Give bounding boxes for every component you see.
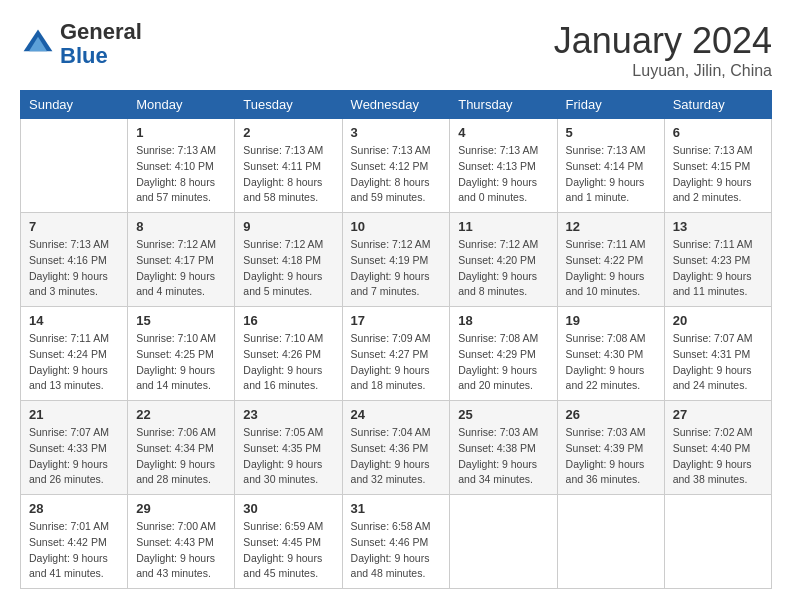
day-number: 25	[458, 407, 548, 422]
table-row: 18Sunrise: 7:08 AMSunset: 4:29 PMDayligh…	[450, 307, 557, 401]
table-row: 17Sunrise: 7:09 AMSunset: 4:27 PMDayligh…	[342, 307, 450, 401]
col-monday: Monday	[128, 91, 235, 119]
table-row: 25Sunrise: 7:03 AMSunset: 4:38 PMDayligh…	[450, 401, 557, 495]
day-info: Sunrise: 7:13 AMSunset: 4:12 PMDaylight:…	[351, 143, 442, 206]
day-info: Sunrise: 7:08 AMSunset: 4:29 PMDaylight:…	[458, 331, 548, 394]
day-number: 7	[29, 219, 119, 234]
day-info: Sunrise: 7:03 AMSunset: 4:39 PMDaylight:…	[566, 425, 656, 488]
table-row: 15Sunrise: 7:10 AMSunset: 4:25 PMDayligh…	[128, 307, 235, 401]
day-number: 21	[29, 407, 119, 422]
day-number: 28	[29, 501, 119, 516]
logo-text: General Blue	[60, 20, 142, 68]
table-row: 7Sunrise: 7:13 AMSunset: 4:16 PMDaylight…	[21, 213, 128, 307]
day-info: Sunrise: 7:00 AMSunset: 4:43 PMDaylight:…	[136, 519, 226, 582]
day-number: 16	[243, 313, 333, 328]
table-row: 9Sunrise: 7:12 AMSunset: 4:18 PMDaylight…	[235, 213, 342, 307]
table-row: 19Sunrise: 7:08 AMSunset: 4:30 PMDayligh…	[557, 307, 664, 401]
day-info: Sunrise: 7:13 AMSunset: 4:10 PMDaylight:…	[136, 143, 226, 206]
table-row: 30Sunrise: 6:59 AMSunset: 4:45 PMDayligh…	[235, 495, 342, 589]
day-number: 6	[673, 125, 763, 140]
day-info: Sunrise: 6:58 AMSunset: 4:46 PMDaylight:…	[351, 519, 442, 582]
table-row: 23Sunrise: 7:05 AMSunset: 4:35 PMDayligh…	[235, 401, 342, 495]
day-number: 18	[458, 313, 548, 328]
table-row: 10Sunrise: 7:12 AMSunset: 4:19 PMDayligh…	[342, 213, 450, 307]
day-info: Sunrise: 7:02 AMSunset: 4:40 PMDaylight:…	[673, 425, 763, 488]
page-header: General Blue January 2024 Luyuan, Jilin,…	[20, 20, 772, 80]
calendar-week-row: 7Sunrise: 7:13 AMSunset: 4:16 PMDaylight…	[21, 213, 772, 307]
day-info: Sunrise: 7:11 AMSunset: 4:22 PMDaylight:…	[566, 237, 656, 300]
day-info: Sunrise: 7:13 AMSunset: 4:15 PMDaylight:…	[673, 143, 763, 206]
day-info: Sunrise: 7:11 AMSunset: 4:23 PMDaylight:…	[673, 237, 763, 300]
col-thursday: Thursday	[450, 91, 557, 119]
day-number: 19	[566, 313, 656, 328]
day-number: 5	[566, 125, 656, 140]
table-row: 13Sunrise: 7:11 AMSunset: 4:23 PMDayligh…	[664, 213, 771, 307]
day-info: Sunrise: 7:12 AMSunset: 4:17 PMDaylight:…	[136, 237, 226, 300]
title-area: January 2024 Luyuan, Jilin, China	[554, 20, 772, 80]
day-info: Sunrise: 7:12 AMSunset: 4:18 PMDaylight:…	[243, 237, 333, 300]
day-number: 31	[351, 501, 442, 516]
day-number: 17	[351, 313, 442, 328]
day-number: 10	[351, 219, 442, 234]
day-number: 2	[243, 125, 333, 140]
table-row	[21, 119, 128, 213]
day-info: Sunrise: 7:01 AMSunset: 4:42 PMDaylight:…	[29, 519, 119, 582]
col-wednesday: Wednesday	[342, 91, 450, 119]
table-row: 11Sunrise: 7:12 AMSunset: 4:20 PMDayligh…	[450, 213, 557, 307]
calendar-week-row: 1Sunrise: 7:13 AMSunset: 4:10 PMDaylight…	[21, 119, 772, 213]
day-info: Sunrise: 7:12 AMSunset: 4:19 PMDaylight:…	[351, 237, 442, 300]
day-info: Sunrise: 7:05 AMSunset: 4:35 PMDaylight:…	[243, 425, 333, 488]
col-tuesday: Tuesday	[235, 91, 342, 119]
day-info: Sunrise: 7:07 AMSunset: 4:33 PMDaylight:…	[29, 425, 119, 488]
table-row	[557, 495, 664, 589]
table-row: 14Sunrise: 7:11 AMSunset: 4:24 PMDayligh…	[21, 307, 128, 401]
day-info: Sunrise: 7:03 AMSunset: 4:38 PMDaylight:…	[458, 425, 548, 488]
table-row: 22Sunrise: 7:06 AMSunset: 4:34 PMDayligh…	[128, 401, 235, 495]
day-number: 30	[243, 501, 333, 516]
logo-icon	[20, 26, 56, 62]
table-row: 16Sunrise: 7:10 AMSunset: 4:26 PMDayligh…	[235, 307, 342, 401]
logo-general: General	[60, 19, 142, 44]
table-row: 29Sunrise: 7:00 AMSunset: 4:43 PMDayligh…	[128, 495, 235, 589]
day-number: 13	[673, 219, 763, 234]
table-row: 20Sunrise: 7:07 AMSunset: 4:31 PMDayligh…	[664, 307, 771, 401]
day-number: 11	[458, 219, 548, 234]
logo-blue: Blue	[60, 43, 108, 68]
table-row: 2Sunrise: 7:13 AMSunset: 4:11 PMDaylight…	[235, 119, 342, 213]
table-row	[450, 495, 557, 589]
day-info: Sunrise: 7:13 AMSunset: 4:14 PMDaylight:…	[566, 143, 656, 206]
calendar-week-row: 28Sunrise: 7:01 AMSunset: 4:42 PMDayligh…	[21, 495, 772, 589]
day-info: Sunrise: 7:04 AMSunset: 4:36 PMDaylight:…	[351, 425, 442, 488]
table-row: 8Sunrise: 7:12 AMSunset: 4:17 PMDaylight…	[128, 213, 235, 307]
calendar-header-row: Sunday Monday Tuesday Wednesday Thursday…	[21, 91, 772, 119]
day-number: 15	[136, 313, 226, 328]
table-row: 6Sunrise: 7:13 AMSunset: 4:15 PMDaylight…	[664, 119, 771, 213]
table-row: 21Sunrise: 7:07 AMSunset: 4:33 PMDayligh…	[21, 401, 128, 495]
day-number: 24	[351, 407, 442, 422]
col-sunday: Sunday	[21, 91, 128, 119]
calendar-week-row: 21Sunrise: 7:07 AMSunset: 4:33 PMDayligh…	[21, 401, 772, 495]
col-friday: Friday	[557, 91, 664, 119]
calendar-table: Sunday Monday Tuesday Wednesday Thursday…	[20, 90, 772, 589]
day-info: Sunrise: 7:09 AMSunset: 4:27 PMDaylight:…	[351, 331, 442, 394]
day-number: 20	[673, 313, 763, 328]
day-number: 23	[243, 407, 333, 422]
table-row: 4Sunrise: 7:13 AMSunset: 4:13 PMDaylight…	[450, 119, 557, 213]
month-title: January 2024	[554, 20, 772, 62]
day-number: 3	[351, 125, 442, 140]
col-saturday: Saturday	[664, 91, 771, 119]
day-number: 9	[243, 219, 333, 234]
location: Luyuan, Jilin, China	[554, 62, 772, 80]
day-info: Sunrise: 7:06 AMSunset: 4:34 PMDaylight:…	[136, 425, 226, 488]
day-info: Sunrise: 7:13 AMSunset: 4:16 PMDaylight:…	[29, 237, 119, 300]
table-row: 28Sunrise: 7:01 AMSunset: 4:42 PMDayligh…	[21, 495, 128, 589]
day-number: 12	[566, 219, 656, 234]
table-row	[664, 495, 771, 589]
day-info: Sunrise: 7:08 AMSunset: 4:30 PMDaylight:…	[566, 331, 656, 394]
table-row: 26Sunrise: 7:03 AMSunset: 4:39 PMDayligh…	[557, 401, 664, 495]
day-info: Sunrise: 7:07 AMSunset: 4:31 PMDaylight:…	[673, 331, 763, 394]
day-info: Sunrise: 7:13 AMSunset: 4:11 PMDaylight:…	[243, 143, 333, 206]
calendar-week-row: 14Sunrise: 7:11 AMSunset: 4:24 PMDayligh…	[21, 307, 772, 401]
day-info: Sunrise: 7:11 AMSunset: 4:24 PMDaylight:…	[29, 331, 119, 394]
day-info: Sunrise: 7:13 AMSunset: 4:13 PMDaylight:…	[458, 143, 548, 206]
